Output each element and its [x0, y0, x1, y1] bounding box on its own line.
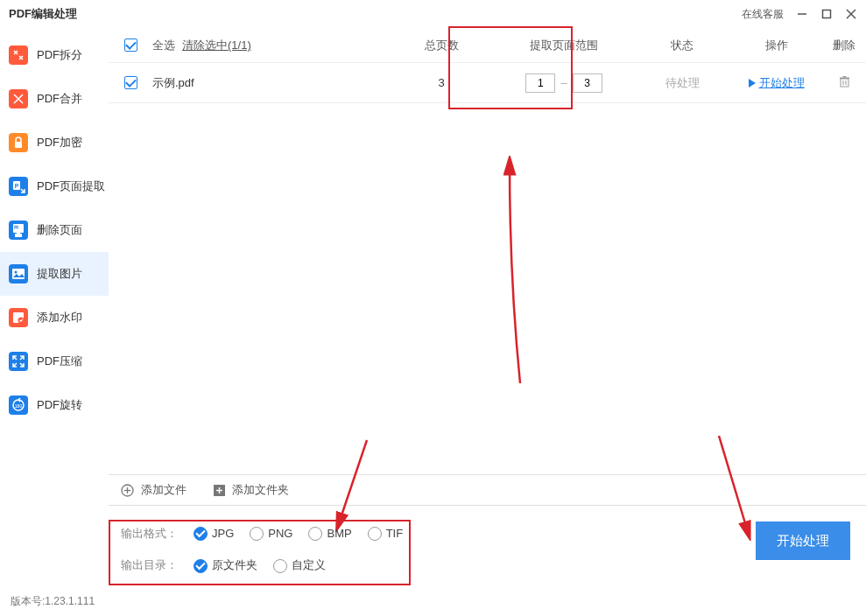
table-row: 示例.pdf 3 – 待处理 开始处理 [109, 63, 866, 103]
sidebar-item-label: PDF加密 [37, 135, 82, 150]
sidebar-item-label: PDF页面提取 [37, 178, 105, 194]
delete-button[interactable] [838, 78, 851, 91]
svg-rect-28 [840, 77, 849, 79]
dir-original-radio[interactable]: 原文件夹 [194, 557, 257, 573]
row-checkbox[interactable] [124, 76, 137, 89]
titlebar: PDF编辑处理 在线客服 [0, 0, 866, 28]
app-title: PDF编辑处理 [9, 6, 77, 22]
header-total-pages: 总页数 [389, 38, 494, 53]
format-tif-radio[interactable]: TIF [368, 527, 404, 542]
watermark-icon [9, 308, 28, 327]
sidebar-item-label: PDF旋转 [37, 397, 82, 413]
row-start-button[interactable]: 开始处理 [749, 75, 805, 91]
compress-icon [9, 352, 28, 371]
add-bar: 添加文件 添加文件夹 [109, 474, 866, 506]
sidebar-item-split[interactable]: PDF拆分 [0, 33, 109, 77]
sidebar-item-label: 删除页面 [37, 222, 82, 238]
sidebar-item-rotate[interactable]: 180 PDF旋转 [0, 383, 109, 427]
close-button[interactable] [845, 8, 857, 20]
select-all-label: 全选 [152, 38, 175, 53]
header-delete: 删除 [822, 38, 866, 53]
minimize-button[interactable] [796, 8, 808, 20]
sidebar-item-label: PDF拆分 [37, 47, 82, 63]
lock-icon [9, 133, 28, 152]
svg-text:180: 180 [15, 403, 23, 409]
svg-rect-23 [9, 352, 28, 371]
svg-rect-27 [841, 79, 848, 87]
format-bmp-radio[interactable]: BMP [308, 527, 351, 542]
svg-point-22 [18, 318, 25, 324]
svg-rect-4 [9, 46, 28, 65]
add-folder-button[interactable]: 添加文件夹 [213, 482, 290, 498]
sidebar-item-label: 添加水印 [37, 310, 82, 326]
delete-page-icon [9, 220, 28, 240]
sidebar-item-extract-pages[interactable]: P PDF页面提取 [0, 164, 109, 208]
file-name: 示例.pdf [152, 75, 389, 91]
table-header: 全选 清除选中(1/1) 总页数 提取页面范围 状态 操作 删除 [109, 28, 866, 63]
clear-selected-link[interactable]: 清除选中(1/1) [182, 38, 251, 53]
range-inputs: – [494, 74, 634, 93]
file-pages: 3 [389, 76, 494, 89]
select-all-checkbox[interactable] [124, 38, 137, 52]
play-icon [749, 79, 756, 88]
sidebar-item-watermark[interactable]: 添加水印 [0, 296, 109, 340]
plus-square-icon [213, 484, 226, 497]
header-range: 提取页面范围 [494, 38, 634, 53]
online-service-link[interactable]: 在线客服 [742, 7, 784, 22]
plus-circle-icon [121, 484, 134, 497]
range-from-input[interactable] [525, 74, 555, 93]
svg-rect-14 [14, 228, 18, 228]
sidebar-item-label: 提取图片 [37, 266, 82, 282]
split-icon [9, 46, 28, 65]
sidebar: PDF拆分 PDF合并 PDF加密 P PDF页面提取 删除页面 提取图片 添加… [0, 28, 109, 588]
sidebar-item-encrypt[interactable]: PDF加密 [0, 121, 109, 164]
merge-icon [9, 89, 28, 108]
start-processing-button[interactable]: 开始处理 [756, 522, 850, 560]
page-extract-icon: P [9, 177, 28, 196]
content-area: 全选 清除选中(1/1) 总页数 提取页面范围 状态 操作 删除 示例.pdf … [109, 28, 866, 588]
svg-rect-16 [17, 232, 20, 234]
svg-rect-13 [14, 226, 18, 227]
header-status: 状态 [634, 38, 730, 53]
image-icon [9, 264, 28, 284]
version-label: 版本号:1.23.1.111 [11, 594, 95, 609]
empty-area [109, 103, 866, 474]
sidebar-item-label: PDF合并 [37, 91, 82, 107]
svg-point-19 [15, 271, 18, 274]
format-png-radio[interactable]: PNG [250, 527, 292, 542]
maximize-button[interactable] [820, 8, 833, 20]
add-file-button[interactable]: 添加文件 [121, 482, 187, 498]
format-jpg-radio[interactable]: JPG [194, 527, 234, 542]
range-separator: – [560, 76, 567, 89]
output-dir-label: 输出目录： [121, 557, 178, 573]
trash-icon [838, 75, 851, 88]
file-status: 待处理 [634, 75, 730, 91]
svg-text:P: P [15, 183, 19, 189]
svg-rect-7 [15, 142, 22, 148]
svg-rect-15 [15, 234, 22, 237]
sidebar-item-extract-images[interactable]: 提取图片 [0, 252, 109, 296]
annotation-arrow-up [485, 156, 538, 392]
svg-rect-1 [823, 10, 831, 18]
range-to-input[interactable] [573, 74, 602, 93]
sidebar-item-delete-pages[interactable]: 删除页面 [0, 208, 109, 252]
options-area: 输出格式： JPG PNG BMP TIF 输出目录： 原文件夹 自定义 开始处… [109, 506, 866, 588]
dir-custom-radio[interactable]: 自定义 [273, 557, 326, 573]
sidebar-item-compress[interactable]: PDF压缩 [0, 340, 109, 383]
svg-rect-18 [12, 269, 25, 279]
output-format-label: 输出格式： [121, 526, 178, 542]
rotate-icon: 180 [9, 396, 28, 415]
sidebar-item-merge[interactable]: PDF合并 [0, 77, 109, 121]
header-action: 操作 [730, 38, 822, 53]
sidebar-item-label: PDF压缩 [37, 354, 82, 369]
svg-rect-29 [842, 76, 846, 78]
